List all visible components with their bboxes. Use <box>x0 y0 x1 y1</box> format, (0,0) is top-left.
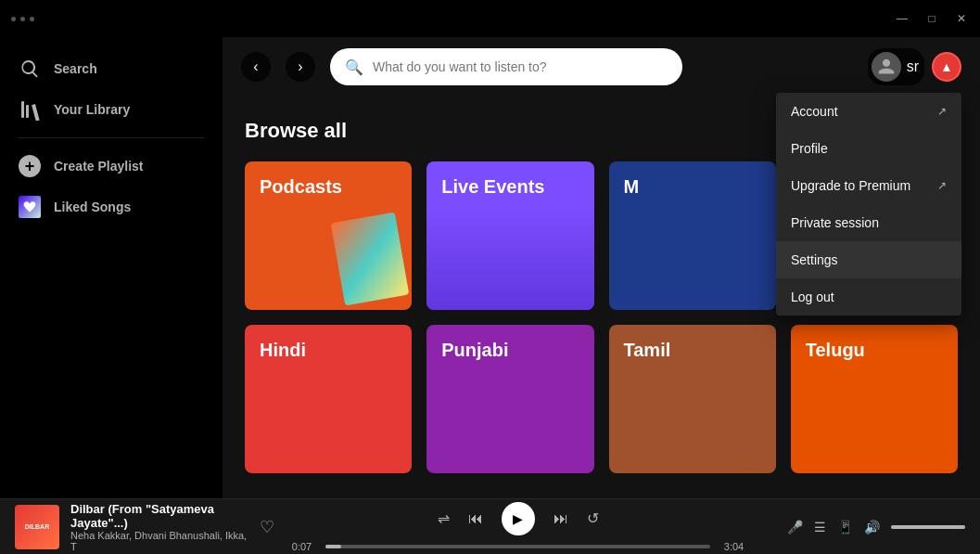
track-artist: Neha Kakkar, Dhvani Bhanushali, Ikka, T <box>70 530 248 552</box>
play-button[interactable]: ▶ <box>502 502 535 535</box>
live-events-art <box>426 206 593 310</box>
sidebar-item-library[interactable]: Your Library <box>0 89 223 130</box>
card-live-events-label: Live Events <box>441 176 544 198</box>
podcasts-art <box>331 213 410 306</box>
settings-label: Settings <box>791 252 838 267</box>
card-punjabi[interactable]: Punjabi <box>426 325 593 473</box>
logout-label: Log out <box>791 290 834 304</box>
avatar <box>872 52 901 82</box>
dot3 <box>30 17 34 21</box>
close-button[interactable]: ✕ <box>954 11 969 26</box>
user-area: sr ▲ Account ↗ Profile Upgrade to Premiu… <box>868 48 961 85</box>
premium-ext-icon: ↗ <box>937 179 947 192</box>
shuffle-button[interactable]: ⇌ <box>438 509 450 527</box>
card-tamil-label: Tamil <box>624 340 671 361</box>
sidebar-item-liked[interactable]: Liked Songs <box>0 187 223 227</box>
control-buttons: ⇌ ⏮ ▶ ⏭ ↺ <box>438 502 599 535</box>
progress-track[interactable] <box>325 545 710 548</box>
window-controls: — □ ✕ <box>895 11 969 26</box>
liked-songs-icon <box>19 196 41 218</box>
dropdown-menu: Account ↗ Profile Upgrade to Premium ↗ P… <box>776 93 961 316</box>
search-bar-container[interactable]: 🔍 <box>330 48 682 85</box>
dropdown-item-private[interactable]: Private session <box>776 204 961 241</box>
dropdown-item-logout[interactable]: Log out <box>776 278 961 316</box>
card-music-label: M <box>624 176 640 198</box>
forward-button[interactable]: › <box>286 52 315 82</box>
card-punjabi-label: Punjabi <box>441 340 508 361</box>
dropdown-item-premium[interactable]: Upgrade to Premium ↗ <box>776 167 961 204</box>
svg-rect-1 <box>26 105 29 118</box>
card-telugu[interactable]: Telugu <box>791 325 958 473</box>
card-podcasts-label: Podcasts <box>260 176 342 198</box>
account-label: Account <box>791 104 838 119</box>
time-current: 0:07 <box>286 541 318 552</box>
player-bar: DILBAR Dilbar (From "Satyameva Jayate"..… <box>0 498 980 554</box>
minimize-button[interactable]: — <box>895 11 910 26</box>
progress-bar: 0:07 3:04 <box>286 541 750 552</box>
card-music[interactable]: M <box>609 161 776 310</box>
dropdown-item-profile[interactable]: Profile <box>776 130 961 167</box>
titlebar-dots <box>11 17 34 21</box>
like-button[interactable]: ♡ <box>260 517 274 537</box>
topbar: ‹ › 🔍 sr ▲ Account ↗ Profile Upgrade t <box>223 37 980 97</box>
time-total: 3:04 <box>718 541 750 552</box>
cards-grid-row2: Hindi Punjabi Tamil Telugu <box>245 325 958 473</box>
track-name: Dilbar (From "Satyameva Jayate"...) <box>70 502 248 530</box>
card-live-events[interactable]: Live Events <box>426 161 593 310</box>
device-button[interactable]: 📱 <box>837 520 853 535</box>
queue-button[interactable]: ☰ <box>814 520 826 535</box>
volume-track[interactable] <box>891 525 965 529</box>
dot1 <box>11 17 16 21</box>
account-ext-icon: ↗ <box>937 105 947 118</box>
player-right: 🎤 ☰ 📱 🔊 <box>761 520 965 535</box>
now-playing: DILBAR Dilbar (From "Satyameva Jayate"..… <box>15 502 274 552</box>
card-podcasts[interactable]: Podcasts <box>245 161 412 310</box>
profile-label: Profile <box>791 141 828 156</box>
player-controls: ⇌ ⏮ ▶ ⏭ ↺ 0:07 3:04 <box>286 502 750 552</box>
sidebar-library-label: Your Library <box>54 102 130 117</box>
lyrics-button[interactable]: 🎤 <box>787 520 803 535</box>
progress-fill <box>325 545 341 548</box>
card-hindi[interactable]: Hindi <box>245 325 412 473</box>
album-label: DILBAR <box>25 523 49 530</box>
search-bar-icon: 🔍 <box>345 58 363 76</box>
sidebar-divider <box>19 137 204 138</box>
chevron-up-button[interactable]: ▲ <box>932 52 961 82</box>
maximize-button[interactable]: □ <box>924 11 939 26</box>
track-info: Dilbar (From "Satyameva Jayate"...) Neha… <box>70 502 248 552</box>
volume-fill <box>891 525 965 529</box>
plus-icon: + <box>19 155 41 177</box>
dot2 <box>20 17 25 21</box>
dropdown-item-settings[interactable]: Settings <box>776 241 961 278</box>
volume-icon: 🔊 <box>864 520 880 535</box>
repeat-button[interactable]: ↺ <box>587 509 599 527</box>
titlebar: — □ ✕ <box>0 0 980 37</box>
svg-rect-0 <box>21 101 24 118</box>
premium-label: Upgrade to Premium <box>791 178 910 193</box>
private-label: Private session <box>791 215 879 230</box>
card-tamil[interactable]: Tamil <box>609 325 776 473</box>
search-icon <box>19 58 41 80</box>
card-hindi-label: Hindi <box>260 340 306 361</box>
sidebar-create-label: Create Playlist <box>54 159 144 174</box>
next-button[interactable]: ⏭ <box>554 510 568 527</box>
sidebar-item-search[interactable]: Search <box>0 48 223 89</box>
sidebar-search-label: Search <box>54 61 97 76</box>
dropdown-item-account[interactable]: Account ↗ <box>776 93 961 130</box>
prev-button[interactable]: ⏮ <box>468 510 483 527</box>
user-menu-button[interactable]: sr <box>868 48 924 85</box>
search-input[interactable] <box>373 59 668 74</box>
library-icon <box>19 98 41 121</box>
card-telugu-label: Telugu <box>806 340 865 361</box>
sidebar-liked-label: Liked Songs <box>54 200 131 214</box>
back-button[interactable]: ‹ <box>241 52 271 82</box>
username-label: sr <box>907 58 919 75</box>
sidebar-item-create[interactable]: + Create Playlist <box>0 146 223 187</box>
album-art: DILBAR <box>15 505 59 549</box>
